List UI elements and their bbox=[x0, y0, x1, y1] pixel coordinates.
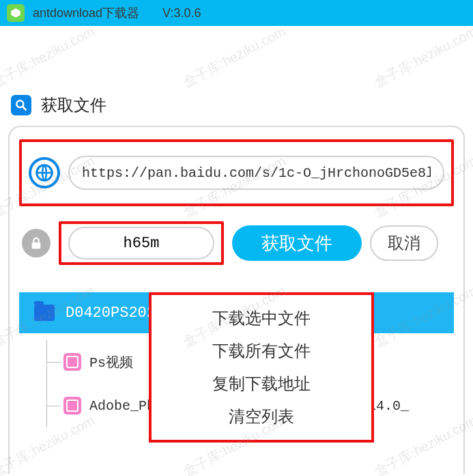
ctx-clear-list[interactable]: 清空列表 bbox=[152, 400, 371, 433]
app-version: V:3.0.6 bbox=[162, 6, 201, 20]
lock-icon bbox=[22, 229, 51, 257]
file-area: D0420PS2022 Ps视频 Adobe_Photoshop_2022_23… bbox=[19, 292, 454, 428]
svg-line-1 bbox=[23, 107, 27, 111]
svg-rect-3 bbox=[32, 242, 41, 249]
ctx-copy-url[interactable]: 复制下载地址 bbox=[152, 367, 371, 400]
globe-icon bbox=[29, 157, 60, 188]
code-input[interactable] bbox=[68, 227, 214, 260]
ctx-download-selected[interactable]: 下载选中文件 bbox=[152, 302, 371, 335]
section-title: 获取文件 bbox=[41, 94, 106, 116]
app-icon bbox=[7, 4, 25, 22]
package-icon bbox=[63, 397, 81, 415]
package-icon bbox=[63, 353, 81, 371]
url-row bbox=[19, 139, 454, 206]
main-panel: 获取文件 取消 D0420PS2022 Ps视频 Adobe_Photoshop… bbox=[8, 126, 465, 474]
code-highlight bbox=[59, 221, 224, 265]
cancel-button[interactable]: 取消 bbox=[370, 225, 438, 261]
svg-point-0 bbox=[16, 100, 23, 107]
ctx-download-all[interactable]: 下载所有文件 bbox=[152, 335, 371, 367]
controls-row: 获取文件 取消 bbox=[19, 221, 454, 265]
url-input[interactable] bbox=[68, 156, 444, 190]
context-menu: 下载选中文件 下载所有文件 复制下载地址 清空列表 bbox=[149, 292, 374, 443]
folder-icon bbox=[34, 305, 55, 321]
fetch-button[interactable]: 获取文件 bbox=[232, 225, 362, 261]
file-name: Ps视频 bbox=[89, 353, 133, 372]
title-bar: antdownload下载器 V:3.0.6 bbox=[0, 0, 473, 26]
section-header: 获取文件 bbox=[0, 94, 473, 116]
search-icon bbox=[11, 95, 31, 115]
app-title: antdownload下载器 bbox=[33, 5, 139, 21]
